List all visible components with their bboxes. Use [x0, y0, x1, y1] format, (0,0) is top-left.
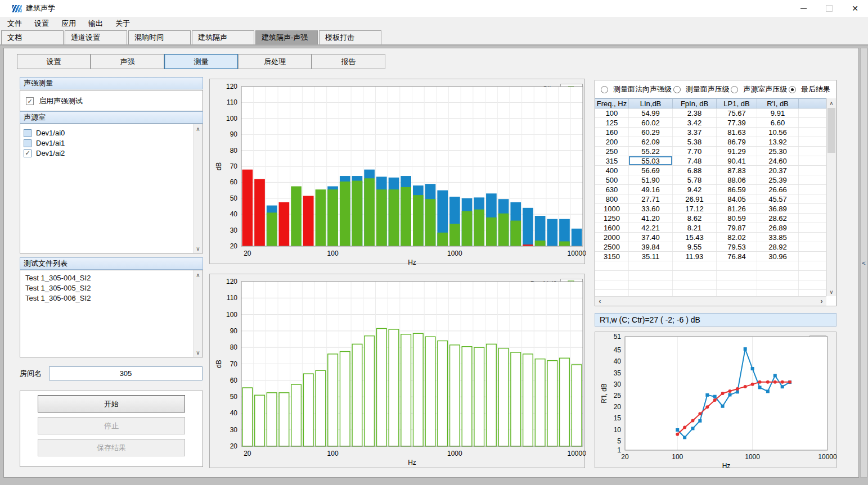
table-cell[interactable]: 75.67	[717, 108, 757, 117]
scroll-up-icon[interactable]: ∧	[194, 270, 203, 279]
table-cell[interactable]	[799, 137, 826, 146]
scroll-down-icon[interactable]: ∨	[194, 244, 203, 253]
menu-item-4[interactable]: 输出	[82, 17, 109, 30]
table-cell[interactable]: 10.56	[757, 128, 799, 137]
table-cell[interactable]: 800	[595, 194, 629, 203]
table-cell[interactable]	[673, 290, 717, 296]
table-cell[interactable]: 41.20	[629, 214, 673, 223]
table-cell[interactable]: 25.39	[757, 175, 799, 184]
scroll-right-icon[interactable]: ›	[817, 297, 826, 306]
table-cell[interactable]: 6.88	[673, 166, 717, 175]
table-cell[interactable]: 62.09	[629, 137, 673, 146]
scroll-up-icon[interactable]: ∧	[827, 98, 836, 107]
table-cell[interactable]: 1600	[595, 223, 629, 232]
table-cell[interactable]: 7.48	[673, 156, 717, 165]
table-cell[interactable]: 26.89	[757, 223, 799, 232]
close-button[interactable]: ✕	[842, 0, 868, 17]
tab-3[interactable]: 混响时间	[128, 30, 191, 44]
table-cell[interactable]	[799, 204, 826, 213]
table-cell[interactable]: 28.62	[757, 214, 799, 223]
table-cell[interactable]: 315	[595, 156, 629, 165]
channel-checkbox[interactable]: ✓	[24, 149, 32, 157]
table-cell[interactable]	[717, 261, 757, 270]
radio-circle[interactable]	[789, 86, 796, 93]
scroll-up-icon[interactable]: ∧	[194, 124, 203, 133]
table-cell[interactable]: 55.22	[629, 147, 673, 156]
table-cell[interactable]: 400	[595, 166, 629, 175]
table-cell[interactable]: 54.99	[629, 108, 673, 117]
table-cell[interactable]	[799, 261, 826, 270]
table-cell[interactable]: 30.96	[757, 252, 799, 261]
table-cell[interactable]	[595, 290, 629, 296]
menu-item-2[interactable]: 设置	[28, 17, 55, 30]
table-cell[interactable]: 8.62	[673, 214, 717, 223]
table-cell[interactable]: 36.89	[757, 204, 799, 213]
table-cell[interactable]	[799, 108, 826, 117]
table-cell[interactable]	[799, 223, 826, 232]
save-result-button[interactable]: 保存结果	[38, 439, 185, 456]
subtab-5[interactable]: 报告	[312, 54, 385, 69]
table-cell[interactable]	[799, 194, 826, 203]
table-cell[interactable]: 2500	[595, 242, 629, 251]
table-cell[interactable]	[757, 261, 799, 270]
table-cell[interactable]	[799, 118, 826, 127]
table-cell[interactable]	[799, 280, 826, 289]
table-cell[interactable]	[629, 290, 673, 296]
channel-checkbox[interactable]	[24, 129, 32, 137]
radio-option-1[interactable]: 测量面法向声强级	[601, 84, 672, 94]
channel-item[interactable]: Dev1/ai0	[20, 128, 203, 138]
table-cell[interactable]: 630	[595, 185, 629, 194]
table-cell[interactable]: 56.69	[629, 166, 673, 175]
table-cell[interactable]	[799, 147, 826, 156]
enable-test-row[interactable]: ✓ 启用声强测试	[20, 90, 203, 106]
table-cell[interactable]	[673, 261, 717, 270]
table-cell[interactable]: 45.57	[757, 194, 799, 203]
table-cell[interactable]	[799, 128, 826, 137]
menu-item-5[interactable]: 关于	[109, 17, 136, 30]
radio-option-3[interactable]: 声源室声压级	[731, 84, 787, 94]
tab-5[interactable]: 建筑隔声-声强	[255, 30, 318, 44]
table-cell[interactable]: 80.59	[717, 214, 757, 223]
table-cell[interactable]: 49.16	[629, 185, 673, 194]
scrollbar-thumb[interactable]	[827, 108, 835, 153]
table-cell[interactable]: 35.11	[629, 252, 673, 261]
minimize-button[interactable]	[790, 0, 816, 17]
test-file-item[interactable]: Test 1_305-004_SI2	[20, 273, 203, 283]
table-cell[interactable]: 3.42	[673, 118, 717, 127]
table-cell[interactable]: 24.60	[757, 156, 799, 165]
radio-option-4[interactable]: 最后结果	[789, 84, 830, 94]
maximize-button[interactable]	[816, 0, 842, 17]
channel-item[interactable]: ✓Dev1/ai2	[20, 148, 203, 158]
menu-item-1[interactable]: 文件	[1, 17, 28, 30]
table-vertical-scrollbar[interactable]: ∧ ∨	[826, 98, 836, 296]
scroll-down-icon[interactable]: ∨	[194, 348, 203, 357]
channel-item[interactable]: Dev1/ai1	[20, 138, 203, 148]
table-cell[interactable]	[757, 271, 799, 280]
file-list-scrollbar[interactable]: ∧ ∨	[193, 270, 203, 357]
table-cell[interactable]: 82.02	[717, 233, 757, 242]
table-cell[interactable]: 15.43	[673, 233, 717, 242]
table-cell[interactable]: 2000	[595, 233, 629, 242]
table-cell[interactable]: 250	[595, 147, 629, 156]
table-cell[interactable]: 8.21	[673, 223, 717, 232]
table-cell[interactable]: 3150	[595, 252, 629, 261]
table-cell[interactable]	[717, 271, 757, 280]
radio-circle[interactable]	[601, 86, 608, 93]
table-cell[interactable]: 160	[595, 128, 629, 137]
channel-list-scrollbar[interactable]: ∧ ∨	[193, 124, 203, 253]
table-cell[interactable]	[629, 280, 673, 289]
scroll-left-icon[interactable]: ‹	[595, 297, 605, 306]
table-cell[interactable]: 55.03	[629, 156, 673, 165]
table-cell[interactable]	[799, 290, 826, 296]
subtab-1[interactable]: 设置	[17, 54, 91, 69]
table-cell[interactable]	[629, 271, 673, 280]
enable-test-checkbox[interactable]: ✓	[26, 97, 34, 105]
table-cell[interactable]	[799, 252, 826, 261]
table-cell[interactable]: 77.39	[717, 118, 757, 127]
menu-item-3[interactable]: 应用	[55, 17, 82, 30]
start-button[interactable]: 开始	[38, 395, 185, 413]
table-cell[interactable]: 86.79	[717, 137, 757, 146]
table-cell[interactable]	[799, 166, 826, 175]
table-cell[interactable]: 5.38	[673, 137, 717, 146]
table-cell[interactable]: 200	[595, 137, 629, 146]
